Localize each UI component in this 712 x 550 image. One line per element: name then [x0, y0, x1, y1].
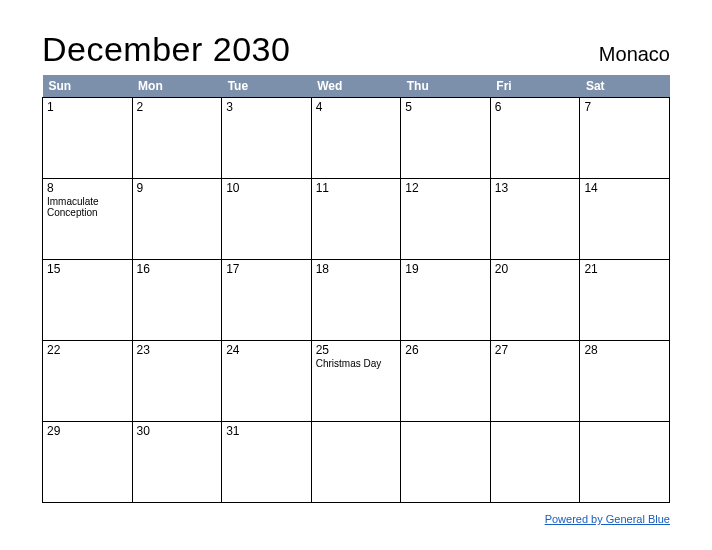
- day-number: 8: [47, 181, 128, 195]
- day-event: Immaculate Conception: [47, 196, 128, 218]
- calendar-cell: [401, 422, 491, 503]
- day-header-sat: Sat: [580, 75, 670, 98]
- calendar-cell: 12: [401, 179, 491, 260]
- calendar-cell: 10: [222, 179, 312, 260]
- day-number: 11: [316, 181, 397, 195]
- calendar-cell: 28: [580, 341, 670, 422]
- day-number: 20: [495, 262, 576, 276]
- day-number: 22: [47, 343, 128, 357]
- calendar-cell: 16: [132, 260, 222, 341]
- calendar-cell: [311, 422, 401, 503]
- calendar-cell: 8Immaculate Conception: [43, 179, 133, 260]
- calendar-title: December 2030: [42, 30, 290, 69]
- calendar-cell: 1: [43, 98, 133, 179]
- calendar-cell: 18: [311, 260, 401, 341]
- calendar-cell: 2: [132, 98, 222, 179]
- day-number: 10: [226, 181, 307, 195]
- day-number: 28: [584, 343, 665, 357]
- day-number: 6: [495, 100, 576, 114]
- calendar-cell: 20: [490, 260, 580, 341]
- day-number: 12: [405, 181, 486, 195]
- calendar-cell: 29: [43, 422, 133, 503]
- day-event: Christmas Day: [316, 358, 397, 369]
- calendar-cell: 25Christmas Day: [311, 341, 401, 422]
- calendar-cell: 15: [43, 260, 133, 341]
- calendar-cell: 4: [311, 98, 401, 179]
- calendar-cell: 6: [490, 98, 580, 179]
- day-number: 21: [584, 262, 665, 276]
- day-number: 4: [316, 100, 397, 114]
- day-number: 24: [226, 343, 307, 357]
- day-header-wed: Wed: [311, 75, 401, 98]
- calendar-cell: 19: [401, 260, 491, 341]
- calendar-cell: 17: [222, 260, 312, 341]
- day-number: 17: [226, 262, 307, 276]
- day-number: 19: [405, 262, 486, 276]
- day-number: 5: [405, 100, 486, 114]
- country-label: Monaco: [599, 43, 670, 66]
- calendar-cell: 11: [311, 179, 401, 260]
- day-number: 18: [316, 262, 397, 276]
- calendar-cell: 24: [222, 341, 312, 422]
- day-number: 16: [137, 262, 218, 276]
- calendar-cell: 31: [222, 422, 312, 503]
- day-header-mon: Mon: [132, 75, 222, 98]
- day-header-sun: Sun: [43, 75, 133, 98]
- calendar-cell: 14: [580, 179, 670, 260]
- powered-by-link[interactable]: Powered by General Blue: [545, 513, 670, 525]
- day-header-thu: Thu: [401, 75, 491, 98]
- calendar-cell: [580, 422, 670, 503]
- calendar-cell: 27: [490, 341, 580, 422]
- day-header-tue: Tue: [222, 75, 312, 98]
- day-number: 2: [137, 100, 218, 114]
- calendar-cell: 3: [222, 98, 312, 179]
- day-number: 27: [495, 343, 576, 357]
- calendar-cell: 21: [580, 260, 670, 341]
- day-header-fri: Fri: [490, 75, 580, 98]
- calendar-cell: 22: [43, 341, 133, 422]
- day-number: 9: [137, 181, 218, 195]
- calendar-cell: 23: [132, 341, 222, 422]
- calendar-cell: 30: [132, 422, 222, 503]
- day-number: 7: [584, 100, 665, 114]
- calendar-grid: Sun Mon Tue Wed Thu Fri Sat 12345678Imma…: [42, 75, 670, 503]
- day-number: 31: [226, 424, 307, 438]
- day-number: 1: [47, 100, 128, 114]
- day-number: 29: [47, 424, 128, 438]
- calendar-cell: 5: [401, 98, 491, 179]
- day-number: 23: [137, 343, 218, 357]
- calendar-cell: [490, 422, 580, 503]
- calendar-cell: 9: [132, 179, 222, 260]
- day-number: 26: [405, 343, 486, 357]
- day-number: 3: [226, 100, 307, 114]
- calendar-cell: 13: [490, 179, 580, 260]
- calendar-cell: 7: [580, 98, 670, 179]
- day-number: 25: [316, 343, 397, 357]
- day-number: 13: [495, 181, 576, 195]
- day-number: 30: [137, 424, 218, 438]
- day-number: 15: [47, 262, 128, 276]
- day-number: 14: [584, 181, 665, 195]
- calendar-cell: 26: [401, 341, 491, 422]
